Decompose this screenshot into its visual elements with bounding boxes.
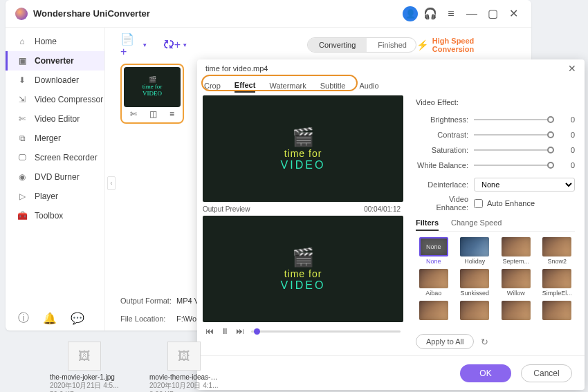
sidebar-item-toolbox[interactable]: 🧰Toolbox [6,206,104,225]
subtab-speed[interactable]: Change Speed [451,218,502,231]
contrast-slider[interactable] [474,134,554,136]
prev-button[interactable]: ⏮ [205,326,214,336]
tab-audio[interactable]: Audio [359,82,378,92]
tab-crop[interactable]: Crop [204,82,221,92]
filter-label: Aibao [425,290,441,297]
filter-more-2[interactable] [457,301,493,328]
account-avatar-icon[interactable]: 👤 [403,6,418,21]
cancel-button[interactable]: Cancel [521,364,572,382]
status-segment: Converting Finished [307,37,416,53]
brightness-slider[interactable] [474,119,554,120]
slider-knob-icon[interactable] [547,131,554,138]
brightness-row: Brightness: 0 [416,112,575,127]
deinterlace-select[interactable]: None [474,178,575,192]
sidebar-item-dvd[interactable]: ◉DVD Burner [6,167,104,187]
info-icon[interactable]: ⓘ [18,311,29,326]
help-headset-icon[interactable]: 🎧 [422,6,439,22]
slider-knob-icon[interactable] [547,162,554,169]
next-button[interactable]: ⏭ [236,326,244,336]
brightness-value: 0 [554,115,575,124]
filter-thumb [419,301,448,320]
tab-converting[interactable]: Converting [308,38,367,52]
menu-icon[interactable]: ≡ [443,6,459,22]
filter-snow2[interactable]: Snow2 [540,237,576,265]
pause-button[interactable]: ⏸ [221,326,229,336]
filter-label [474,321,476,328]
dialog-footer: OK Cancel [197,355,585,390]
reset-icon[interactable]: ↻ [481,337,488,347]
apply-to-all-button[interactable]: Apply to All [416,334,474,349]
preview-column: 🎬 time for VIDEO Output Preview 00:04/01… [197,95,403,355]
sidebar-collapse-button[interactable]: ‹ [107,176,116,190]
sidebar: ⌂Home ▣Converter ⬇Downloader ⇲Video Comp… [6,28,105,330]
record-icon: 🖵 [17,152,28,163]
add-file-button[interactable]: 📄+ [120,32,140,58]
subtab-filters[interactable]: Filters [416,218,439,231]
high-speed-toggle[interactable]: ⚡ High Speed Conversion [416,37,516,53]
sidebar-item-compressor[interactable]: ⇲Video Compressor [6,90,104,109]
sidebar-item-merger[interactable]: ⧉Merger [6,129,104,148]
add-folder-button[interactable]: 🗘+ [163,39,181,51]
filter-sunkissed[interactable]: Sunkissed [457,269,493,297]
scissors-icon: ✄ [17,113,28,124]
sidebar-item-recorder[interactable]: 🖵Screen Recorder [6,148,104,167]
trim-icon[interactable]: ✄ [130,109,137,119]
filter-simpleel[interactable]: SimpleEl... [540,269,576,297]
filter-september[interactable]: Septem... [498,237,534,265]
sidebar-item-home[interactable]: ⌂Home [6,32,104,51]
dialog-title: time for video.mp4 [205,64,268,73]
effect-controls: Video Effect: Brightness: 0 Contrast: 0 … [403,95,585,355]
add-file-caret-icon[interactable]: ▾ [143,41,147,48]
sidebar-item-player[interactable]: ▷Player [6,187,104,206]
play-icon: ▷ [17,191,28,202]
file-thumb-icon: 🖼 [167,342,201,371]
edit-tabs: Crop Effect Watermark Subtitle Audio [197,77,585,95]
auto-enhance-checkbox[interactable] [474,199,483,208]
filter-more-4[interactable] [540,301,576,328]
slider-knob-icon[interactable] [547,116,554,123]
dialog-close-button[interactable]: ✕ [568,63,576,74]
filter-more-1[interactable] [416,301,452,328]
sidebar-item-label: Screen Recorder [35,153,98,162]
saturation-slider[interactable] [474,149,554,151]
sidebar-item-label: Video Editor [35,114,80,124]
media-thumbnail: 🎬time forVIDEO [124,67,181,107]
file-location-label: File Location: [120,315,172,323]
ok-button[interactable]: OK [460,364,511,382]
desktop-file[interactable]: 🖼 the-movie-joker-1.jpg 2020年10月21日 4:5.… [50,342,119,392]
filter-willow[interactable]: Willow [498,269,534,297]
filter-holiday[interactable]: Holiday [457,237,493,265]
filter-label: Snow2 [547,258,567,265]
tab-subtitle[interactable]: Subtitle [320,82,346,92]
tab-finished[interactable]: Finished [367,38,416,52]
tab-effect[interactable]: Effect [235,81,256,93]
filter-thumb [460,237,489,256]
chat-icon[interactable]: 💬 [71,312,84,325]
media-card[interactable]: 🎬time forVIDEO ✄ ◫ ≡ [120,64,184,124]
tab-watermark[interactable]: Watermark [269,82,306,92]
maximize-button[interactable]: ▢ [484,6,501,22]
sidebar-item-converter[interactable]: ▣Converter [6,51,104,71]
filter-thumb [542,237,571,256]
bell-icon[interactable]: 🔔 [43,312,57,325]
slider-knob-icon[interactable] [547,147,554,153]
enhance-row: Video Enhance: Auto Enhance [416,195,575,212]
filter-aibao[interactable]: Aibao [416,269,452,297]
filter-none[interactable]: NoneNone [416,237,452,265]
minimize-button[interactable]: — [463,6,480,22]
seek-knob-icon[interactable] [254,328,260,335]
white-balance-slider[interactable] [474,165,554,166]
filter-more-3[interactable] [498,301,534,328]
sidebar-item-downloader[interactable]: ⬇Downloader [6,71,104,90]
desktop-file[interactable]: 🖼 movie-theme-ideas-8... 2020年10月20日 4:1… [149,342,219,392]
sidebar-item-label: Home [35,37,57,46]
close-button[interactable]: ✕ [505,6,522,22]
clapper-icon: 🎬 [292,247,314,268]
add-folder-caret-icon[interactable]: ▾ [183,41,187,48]
crop-icon[interactable]: ◫ [149,109,157,119]
seek-bar[interactable] [251,330,401,333]
sidebar-item-label: Downloader [35,75,79,85]
more-icon[interactable]: ≡ [169,109,174,119]
filter-subtabs: Filters Change Speed [416,218,575,232]
sidebar-item-editor[interactable]: ✄Video Editor [6,109,104,129]
